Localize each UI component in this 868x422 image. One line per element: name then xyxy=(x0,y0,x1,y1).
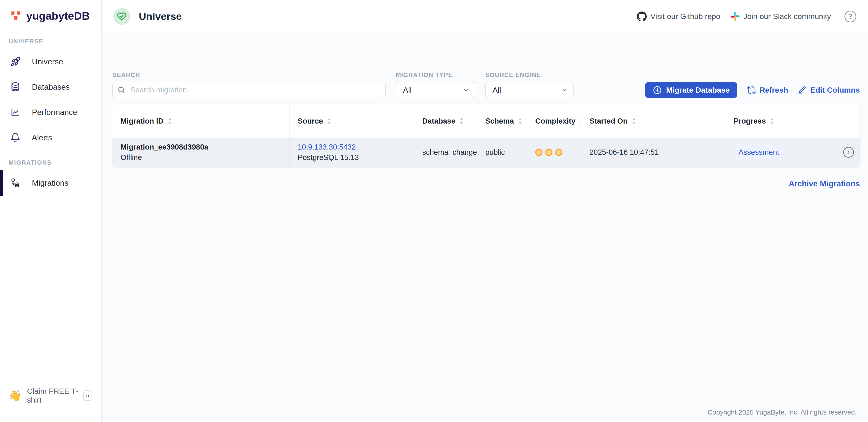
search-label: SEARCH xyxy=(112,72,386,78)
page-footer: Copyright 2025 YugaByte, Inc. All rights… xyxy=(112,403,860,422)
column-header-migration-id[interactable]: Migration ID xyxy=(112,104,289,137)
sidebar-item-performance[interactable]: Performance xyxy=(0,100,101,125)
sidebar-footer: 👋 Claim FREE T-shirt « xyxy=(0,387,101,422)
github-icon xyxy=(637,11,647,22)
copyright-text: Copyright 2025 YugaByte, Inc. All rights… xyxy=(708,409,857,416)
cell-started-on: 2025-06-16 10:47:51 xyxy=(581,137,725,167)
complexity-dot xyxy=(545,149,553,156)
slack-link-label: Join our Slack community xyxy=(743,12,831,21)
cell-complexity xyxy=(527,137,581,167)
migration-mode-text: Offline xyxy=(121,153,209,162)
refresh-label: Refresh xyxy=(760,86,788,94)
database-icon xyxy=(10,82,21,92)
refresh-button[interactable]: Refresh xyxy=(747,86,788,95)
sidebar-collapse-button[interactable]: « xyxy=(83,390,92,401)
toolbar: Migrate Database Refresh xyxy=(645,82,860,98)
source-engine-label: SOURCE ENGINE xyxy=(485,72,574,78)
column-header-source[interactable]: Source xyxy=(289,104,414,137)
sort-icon[interactable] xyxy=(459,118,464,125)
migrations-table: Migration ID Source Database xyxy=(112,104,860,167)
refresh-icon xyxy=(747,86,756,95)
main-area: Universe Visit our Github repo xyxy=(102,0,868,422)
sidebar-item-label: Databases xyxy=(32,83,70,92)
cell-schema: public xyxy=(477,137,527,167)
claim-tshirt-link[interactable]: Claim FREE T-shirt xyxy=(27,387,83,404)
migration-type-label: MIGRATION TYPE xyxy=(396,72,475,78)
table-row[interactable]: Migration_ee3908d3980a Offline 10.9.133.… xyxy=(112,137,860,167)
wave-emoji-icon: 👋 xyxy=(8,389,22,402)
archive-row: Archive Migrations xyxy=(112,179,860,188)
sidebar-item-universe[interactable]: Universe xyxy=(0,49,101,74)
sort-icon[interactable] xyxy=(770,118,774,125)
cell-migration-id: Migration_ee3908d3980a Offline xyxy=(112,137,289,167)
table-header-row: Migration ID Source Database xyxy=(112,104,860,137)
source-engine-value: All xyxy=(493,86,501,94)
cell-source: 10.9.133.30:5432 PostgreSQL 15.13 xyxy=(289,137,414,167)
source-host-link[interactable]: 10.9.133.30:5432 xyxy=(298,143,359,151)
plus-circle-icon xyxy=(653,86,662,95)
slack-link[interactable]: Join our Slack community xyxy=(730,12,831,21)
heart-check-icon xyxy=(117,12,127,21)
chart-icon xyxy=(10,107,21,118)
sidebar-item-label: Performance xyxy=(32,108,77,117)
github-link[interactable]: Visit our Github repo xyxy=(637,11,720,22)
complexity-dots xyxy=(535,149,562,156)
migration-type-select[interactable]: All xyxy=(396,82,475,98)
search-input[interactable] xyxy=(112,82,386,98)
sidebar-item-databases[interactable]: Databases xyxy=(0,74,101,100)
sidebar: yugabyteDB UNIVERSE Universe Databases xyxy=(0,0,102,422)
search-filter-group: SEARCH xyxy=(112,72,386,98)
chevron-down-icon xyxy=(462,86,469,94)
github-link-label: Visit our Github repo xyxy=(650,12,720,21)
universe-status-badge xyxy=(114,8,130,25)
sidebar-item-migrations[interactable]: Migrations xyxy=(0,170,101,196)
archive-migrations-link[interactable]: Archive Migrations xyxy=(789,179,860,188)
row-expand-button[interactable] xyxy=(843,147,854,158)
sidebar-item-label: Migrations xyxy=(32,178,68,188)
source-engine-filter-group: SOURCE ENGINE All xyxy=(485,72,574,98)
sidebar-item-label: Universe xyxy=(32,57,63,66)
search-icon xyxy=(117,86,125,94)
migrate-database-button[interactable]: Migrate Database xyxy=(645,82,738,98)
migration-type-value: All xyxy=(403,86,412,94)
content-area: SEARCH MIGRATION TYPE All xyxy=(102,33,868,422)
sidebar-item-label: Alerts xyxy=(32,133,52,142)
edit-pencil-icon xyxy=(798,86,807,95)
sidebar-section-migrations: MIGRATIONS xyxy=(0,150,101,170)
brand-name: yugabyteDB xyxy=(26,9,90,22)
top-header: Universe Visit our Github repo xyxy=(102,0,868,33)
migration-type-filter-group: MIGRATION TYPE All xyxy=(396,72,475,98)
rocket-icon xyxy=(10,57,21,67)
complexity-dot xyxy=(535,149,542,156)
chevron-right-icon xyxy=(846,149,851,155)
column-header-progress[interactable]: Progress xyxy=(725,104,860,137)
yugabyte-logo-icon xyxy=(10,10,22,22)
brand-logo[interactable]: yugabyteDB xyxy=(0,0,101,29)
help-button[interactable]: ? xyxy=(844,11,856,22)
sort-icon[interactable] xyxy=(518,118,523,125)
sidebar-section-universe: UNIVERSE xyxy=(0,29,101,49)
cell-database: schema_changes xyxy=(414,137,477,167)
source-engine-select[interactable]: All xyxy=(485,82,574,98)
sort-icon[interactable] xyxy=(579,118,581,125)
sort-icon[interactable] xyxy=(167,118,172,125)
slack-icon xyxy=(730,12,740,21)
column-header-schema[interactable]: Schema xyxy=(477,104,527,137)
progress-assessment-link[interactable]: Assessment xyxy=(734,145,784,159)
edit-columns-label: Edit Columns xyxy=(810,86,860,94)
sidebar-item-alerts[interactable]: Alerts xyxy=(0,125,101,150)
migration-id-text: Migration_ee3908d3980a xyxy=(121,143,209,151)
migrate-database-label: Migrate Database xyxy=(666,86,730,94)
source-engine-text: PostgreSQL 15.13 xyxy=(298,153,359,162)
sort-icon[interactable] xyxy=(327,118,332,125)
edit-columns-button[interactable]: Edit Columns xyxy=(798,86,860,95)
complexity-dot xyxy=(555,149,562,156)
page-title: Universe xyxy=(139,11,182,22)
column-header-complexity[interactable]: Complexity xyxy=(527,104,581,137)
cell-progress: Assessment xyxy=(725,137,860,167)
column-header-started-on[interactable]: Started On xyxy=(581,104,725,137)
sort-icon[interactable] xyxy=(631,118,636,125)
column-header-database[interactable]: Database xyxy=(414,104,477,137)
migration-icon xyxy=(10,178,21,188)
filters-row: SEARCH MIGRATION TYPE All xyxy=(112,72,860,98)
